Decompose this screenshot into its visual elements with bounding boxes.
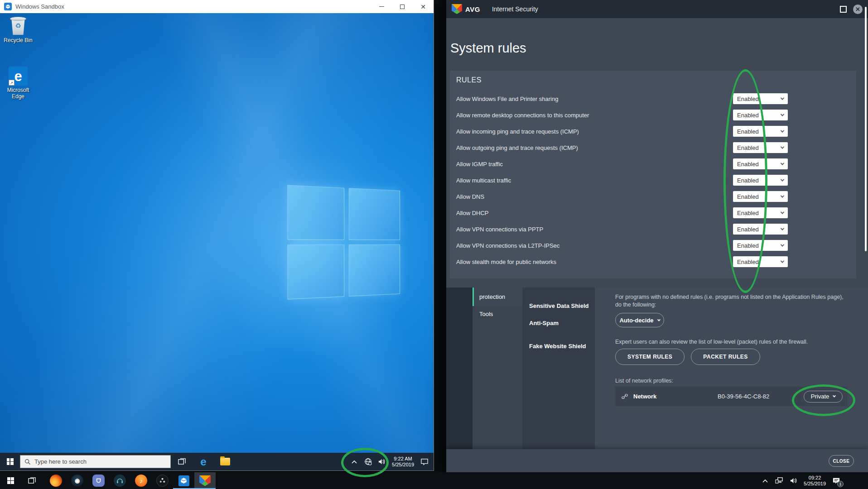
rule-status-dropdown[interactable]: Enabled	[733, 126, 788, 137]
firewall-content: For programs with no defined rules (i.e.…	[595, 288, 868, 449]
taskbar-steam-button[interactable]: ◉	[67, 472, 88, 489]
action-center-icon[interactable]	[419, 453, 430, 470]
maximize-button[interactable]	[392, 0, 413, 13]
taskbar-discord-button[interactable]: ᗜ	[88, 472, 109, 489]
start-button[interactable]	[0, 453, 20, 470]
network-globe-icon[interactable]	[362, 453, 373, 470]
volume-icon[interactable]	[376, 453, 387, 470]
desktop-icon-label: Microsoft Edge	[5, 87, 32, 100]
task-view-button[interactable]	[21, 472, 43, 489]
rule-label: Allow DHCP	[456, 210, 489, 216]
firefox-icon	[50, 475, 62, 487]
windows-logo-wallpaper	[287, 185, 400, 300]
close-button[interactable]: ✕	[413, 0, 434, 13]
scrollbar-thumb[interactable]	[865, 7, 867, 251]
rule-status-dropdown[interactable]: Enabled	[733, 207, 788, 218]
tray-expand-chevron-icon[interactable]	[349, 453, 360, 470]
task-view-icon	[178, 458, 186, 465]
rule-status-dropdown[interactable]: Enabled	[733, 142, 788, 153]
desktop-icon-label: Recycle Bin	[4, 37, 32, 43]
sandbox-taskbar: e 9:22 AM 5/25/2019	[0, 453, 434, 470]
taskbar-edge-button[interactable]: e	[193, 453, 214, 470]
rule-status-value: Enabled	[737, 112, 759, 119]
rules-panel: RULES Allow Windows File and Printer sha…	[450, 71, 856, 278]
rule-status-value: Enabled	[737, 210, 759, 216]
page-title: System rules	[450, 41, 526, 56]
subnav-item-fake-website-shield[interactable]: Fake Website Shield	[529, 343, 586, 350]
chevron-down-icon	[781, 129, 784, 132]
start-button[interactable]	[0, 472, 21, 489]
taskbar-search-box[interactable]	[20, 455, 171, 468]
rule-label: Allow stealth mode for public networks	[456, 259, 556, 265]
expert-text: Expert users can also review the list of…	[615, 338, 851, 346]
avg-titlebar[interactable]: AVG Internet Security ✕	[446, 0, 868, 18]
volume-icon[interactable]	[788, 477, 799, 484]
subnav-item-sensitive-data-shield[interactable]: Sensitive Data Shield	[529, 302, 589, 309]
rule-status-dropdown[interactable]: Enabled	[733, 110, 788, 120]
task-view-button[interactable]	[171, 453, 193, 470]
rule-status-value: Enabled	[737, 96, 759, 102]
rule-status-value: Enabled	[737, 259, 759, 265]
rule-status-dropdown[interactable]: Enabled	[733, 191, 788, 202]
rule-status-dropdown[interactable]: Enabled	[733, 240, 788, 251]
minimize-button[interactable]	[371, 0, 392, 13]
obs-icon	[156, 475, 169, 487]
shortcut-arrow-icon: ↗	[9, 80, 14, 86]
taskbar-windows-sandbox-button[interactable]	[173, 472, 194, 489]
packet-rules-button[interactable]: PACKET RULES	[691, 349, 760, 365]
search-icon	[24, 459, 31, 465]
rule-status-dropdown[interactable]: Enabled	[733, 93, 788, 104]
search-input[interactable]	[34, 458, 152, 465]
chevron-down-icon	[781, 226, 784, 230]
close-dialog-button[interactable]: CLOSE	[829, 455, 854, 467]
taskbar-obs-button[interactable]	[152, 472, 173, 489]
rule-row: Allow stealth mode for public networksEn…	[450, 254, 856, 270]
taskbar-file-explorer-button[interactable]	[214, 453, 236, 470]
desktop-icon-recycle-bin[interactable]: ♻ Recycle Bin	[1, 16, 35, 43]
network-profiles-label: List of network profiles:	[615, 378, 673, 384]
rule-label: Allow IGMP traffic	[456, 161, 503, 168]
chevron-down-icon	[781, 161, 784, 165]
sandbox-time: 9:22 AM	[394, 456, 412, 461]
rule-label: Allow outgoing ping and trace requests (…	[456, 144, 578, 151]
windows-sandbox-icon	[178, 475, 189, 486]
nav-item-tools[interactable]: Tools	[473, 306, 522, 321]
edge-icon: e ↗	[9, 67, 28, 86]
network-ethernet-icon[interactable]	[774, 477, 785, 484]
nav-item-protection[interactable]: protection	[473, 288, 522, 306]
windows-sandbox-icon	[4, 3, 12, 10]
rule-row: Allow DHCPEnabled	[450, 205, 856, 221]
host-system-tray: 09:22 5/25/2019 1	[760, 475, 868, 487]
chevron-down-icon	[781, 112, 784, 116]
desktop-icon-microsoft-edge[interactable]: e ↗ Microsoft Edge	[1, 67, 35, 100]
chevron-down-icon	[781, 177, 784, 181]
rule-row: Allow outgoing ping and trace requests (…	[450, 139, 856, 156]
rule-row: Allow Windows File and Printer sharingEn…	[450, 91, 856, 107]
maximize-button[interactable]	[840, 6, 847, 13]
taskbar-voice-chat-button[interactable]	[109, 472, 130, 489]
subnav-item-anti-spam[interactable]: Anti-Spam	[529, 320, 559, 326]
rule-status-dropdown[interactable]: Enabled	[733, 256, 788, 267]
rule-status-dropdown[interactable]: Enabled	[733, 224, 788, 235]
rule-label: Allow VPN connections via L2TP-IPSec	[456, 242, 559, 249]
auto-decide-dropdown[interactable]: Auto-decide	[615, 313, 664, 327]
dialog-footer: CLOSE	[446, 449, 868, 472]
close-button[interactable]: ✕	[853, 5, 863, 14]
tray-expand-chevron-icon[interactable]	[760, 479, 771, 483]
sandbox-date: 5/25/2019	[392, 462, 414, 467]
rule-label: Allow incoming ping and trace requests (…	[456, 128, 579, 135]
sandbox-clock[interactable]: 9:22 AM 5/25/2019	[390, 456, 416, 468]
rule-status-dropdown[interactable]: Enabled	[733, 175, 788, 186]
sandbox-desktop: ♻ Recycle Bin e ↗ Microsoft Edge	[0, 13, 434, 453]
sandbox-titlebar[interactable]: Windows Sandbox ✕	[0, 0, 434, 13]
system-rules-overlay: System rules The controls on this page a…	[446, 18, 868, 288]
chevron-down-icon	[781, 194, 784, 197]
host-clock[interactable]: 09:22 5/25/2019	[802, 475, 828, 487]
system-rules-button[interactable]: SYSTEM RULES	[615, 349, 685, 365]
taskbar-firefox-button[interactable]	[45, 472, 67, 489]
taskbar-itunes-button[interactable]: ♪	[130, 472, 152, 489]
network-profile-dropdown[interactable]: Private	[804, 391, 843, 403]
action-center-icon[interactable]: 1	[831, 475, 842, 486]
rule-status-dropdown[interactable]: Enabled	[733, 158, 788, 169]
taskbar-avg-button[interactable]	[194, 472, 216, 489]
